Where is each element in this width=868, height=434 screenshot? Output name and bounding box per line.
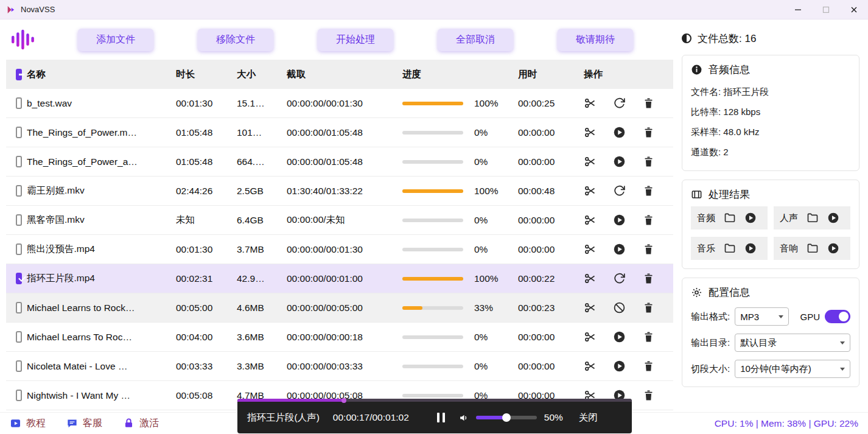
play-icon[interactable]: [613, 155, 626, 168]
play-icon[interactable]: [613, 243, 626, 256]
speaker-icon[interactable]: [458, 412, 470, 424]
row-checkbox[interactable]: [16, 243, 22, 255]
output-format-select[interactable]: MP3: [735, 307, 789, 326]
add-files-button[interactable]: 添加文件: [78, 29, 153, 51]
progress-bar: [402, 306, 463, 310]
table-row[interactable]: 黑客帝国.mkv未知6.4GB00:00:00/未知0%00:00:00: [6, 206, 673, 235]
play-icon[interactable]: [613, 331, 626, 343]
close-icon[interactable]: [840, 0, 868, 19]
play-icon[interactable]: [744, 242, 757, 254]
row-checkbox[interactable]: [16, 214, 22, 226]
row-checkbox[interactable]: [16, 97, 22, 109]
row-checkbox[interactable]: [16, 331, 22, 343]
cut-icon[interactable]: [584, 272, 597, 285]
file-clip: 00:00:00/未知: [287, 214, 402, 226]
maximize-icon[interactable]: [812, 0, 840, 19]
activate-link[interactable]: 激活: [123, 417, 159, 430]
restart-icon[interactable]: [613, 272, 626, 285]
gpu-toggle[interactable]: [825, 310, 850, 323]
table-row[interactable]: Michael Learns to Rock…00:05:004.6MB00:0…: [6, 293, 673, 323]
row-checkbox[interactable]: [16, 302, 22, 313]
trash-icon[interactable]: [642, 243, 655, 256]
player-track-title: 指环王片段(人声): [247, 411, 320, 424]
output-format-label: 输出格式:: [691, 311, 730, 323]
trash-icon[interactable]: [642, 301, 655, 314]
play-icon[interactable]: [827, 212, 839, 224]
trash-icon[interactable]: [642, 126, 655, 139]
tutorial-link[interactable]: 教程: [10, 417, 46, 430]
play-icon[interactable]: [613, 126, 626, 139]
file-duration: 00:05:00: [176, 303, 237, 313]
equalizer-logo-icon: [9, 29, 37, 51]
player-progress-bar[interactable]: [237, 399, 632, 402]
row-checkbox[interactable]: [16, 273, 22, 284]
cut-icon[interactable]: [584, 126, 597, 139]
select-all-checkbox[interactable]: [16, 69, 22, 80]
table-row[interactable]: The_Rings_of_Power_a…01:05:48664.…00:00:…: [6, 147, 673, 177]
remove-files-button[interactable]: 移除文件: [198, 29, 273, 51]
trash-icon[interactable]: [642, 184, 655, 197]
file-clip: 00:00:00/00:01:00: [287, 273, 402, 284]
table-row[interactable]: b_test.wav00:01:3015.1…00:00:00/00:01:30…: [6, 89, 673, 118]
row-checkbox[interactable]: [16, 360, 22, 372]
cancel-icon[interactable]: [613, 301, 626, 314]
trash-icon[interactable]: [642, 331, 655, 343]
table-row[interactable]: Michael Learns To Roc…00:04:003.6MB00:00…: [6, 323, 673, 352]
row-checkbox[interactable]: [16, 390, 22, 401]
trash-icon[interactable]: [642, 272, 655, 285]
support-link[interactable]: 客服: [66, 417, 102, 430]
cut-icon[interactable]: [584, 331, 597, 343]
file-name: The_Rings_of_Power_a…: [27, 156, 176, 167]
trash-icon[interactable]: [642, 155, 655, 168]
result-item: 人声: [774, 206, 850, 229]
trash-icon[interactable]: [642, 214, 655, 226]
cut-icon[interactable]: [584, 301, 597, 314]
cut-icon[interactable]: [584, 97, 597, 110]
trash-icon[interactable]: [642, 97, 655, 110]
folder-icon[interactable]: [724, 212, 736, 224]
pause-icon[interactable]: [437, 413, 445, 422]
play-icon[interactable]: [613, 360, 626, 373]
start-process-button[interactable]: 开始处理: [318, 29, 393, 51]
play-icon[interactable]: [827, 242, 839, 254]
folder-icon[interactable]: [807, 242, 819, 254]
player-close-button[interactable]: 关闭: [579, 411, 598, 424]
file-name: b_test.wav: [27, 98, 176, 109]
cut-icon[interactable]: [584, 155, 597, 168]
cut-icon[interactable]: [584, 243, 597, 256]
file-clip: 00:00:00/00:05:00: [287, 303, 402, 313]
trash-icon[interactable]: [642, 360, 655, 373]
media-icon: [691, 189, 702, 200]
restart-icon[interactable]: [613, 184, 626, 197]
volume-slider[interactable]: [476, 416, 537, 419]
row-checkbox[interactable]: [16, 156, 22, 167]
coming-soon-button[interactable]: 敬请期待: [558, 29, 633, 51]
results-card: 处理结果 音频人声音乐音响: [682, 180, 859, 269]
play-icon[interactable]: [744, 212, 757, 224]
table-row[interactable]: Nicoleta Matei - Love …00:03:333.3MB00:0…: [6, 352, 673, 381]
cut-icon[interactable]: [584, 214, 597, 226]
support-label: 客服: [83, 417, 102, 430]
folder-icon[interactable]: [807, 212, 819, 224]
table-row[interactable]: 熊出没预告.mp400:01:303.7MB00:00:00/00:01:300…: [6, 235, 673, 264]
progress-bar: [402, 365, 463, 368]
row-checkbox[interactable]: [16, 127, 22, 138]
folder-icon[interactable]: [724, 242, 736, 254]
table-row[interactable]: 霸王别姬.mkv02:44:262.5GB01:30:40/01:33:2210…: [6, 177, 673, 206]
table-row[interactable]: 指环王片段.mp400:02:3142.9…00:00:00/00:01:001…: [6, 264, 673, 293]
trash-icon[interactable]: [642, 389, 655, 402]
file-name: 熊出没预告.mp4: [27, 243, 176, 256]
segment-size-select[interactable]: 10分钟(中等内存): [735, 360, 850, 378]
file-elapsed: 00:00:00: [518, 215, 584, 226]
row-checkbox[interactable]: [16, 185, 22, 197]
output-dir-select[interactable]: 默认目录: [735, 334, 850, 352]
table-row[interactable]: The_Rings_of_Power.m…01:05:48101…00:00:0…: [6, 118, 673, 147]
cancel-all-button[interactable]: 全部取消: [438, 29, 513, 51]
minimize-icon[interactable]: [784, 0, 812, 19]
restart-icon[interactable]: [613, 97, 626, 110]
cut-icon[interactable]: [584, 360, 597, 373]
file-elapsed: 00:00:00: [518, 127, 584, 138]
file-name: Nightwish - I Want My …: [27, 390, 176, 401]
play-icon[interactable]: [613, 214, 626, 226]
cut-icon[interactable]: [584, 184, 597, 197]
